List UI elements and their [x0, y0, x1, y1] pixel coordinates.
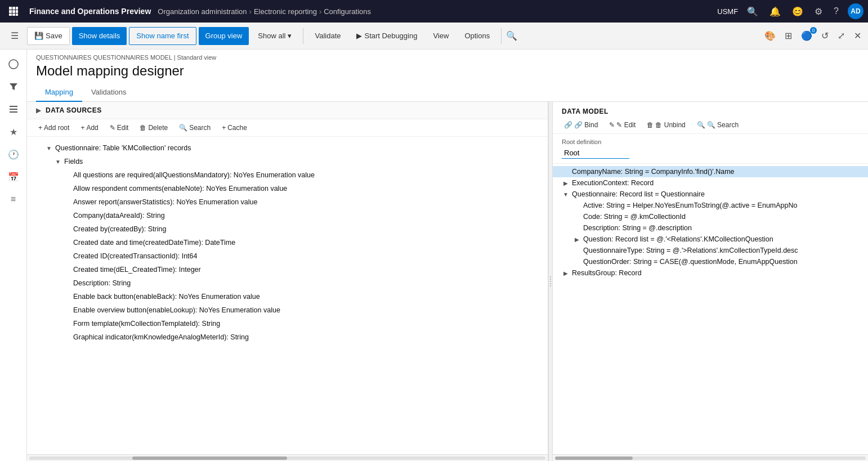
help-icon[interactable]: ?: [831, 4, 841, 19]
data-model-tree[interactable]: CompanyName: String = CompanyInfo.'find(…: [553, 164, 868, 454]
list-item[interactable]: QuestionOrder: String = CASE(@.questionM…: [553, 256, 868, 267]
tree-expand-fields[interactable]: ▼: [54, 158, 62, 165]
tree-label-questionnaire: Questionnaire: Table 'KMCollection' reco…: [55, 144, 191, 152]
list-item[interactable]: Code: String = @.kmCollectionId: [553, 211, 868, 222]
delete-button[interactable]: 🗑 Delete: [137, 123, 170, 133]
unbind-button[interactable]: 🗑 🗑 Unbind: [645, 120, 687, 130]
data-model-scrollbar-thumb: [555, 456, 633, 460]
breadcrumb-org[interactable]: Organization administration: [158, 7, 247, 16]
questionnaire-expand-icon[interactable]: ▼: [562, 190, 570, 198]
list-item[interactable]: All questions are required(allQuestionsM…: [27, 168, 548, 182]
toolbar-close-icon[interactable]: ✕: [852, 28, 863, 43]
tree-row-results-group[interactable]: ▶ ResultsGroup: Record: [553, 267, 868, 279]
show-all-button[interactable]: Show all ▾: [251, 27, 298, 45]
group-view-button[interactable]: Group view: [199, 27, 249, 45]
add-root-button[interactable]: + Add root: [36, 123, 71, 133]
edit-button[interactable]: ✎ Edit: [108, 123, 131, 133]
toolbar-palette-icon[interactable]: 🎨: [762, 28, 778, 43]
horizontal-scrollbar[interactable]: [27, 454, 548, 461]
tab-validations[interactable]: Validations: [82, 83, 136, 102]
tree-node-questionnaire[interactable]: ▼ Questionnaire: Table 'KMCollection' re…: [27, 141, 548, 155]
data-model-header: DATA MODEL 🔗 🔗 Bind ✎ ✎ Edit 🗑 🗑 Unb: [553, 102, 868, 134]
pane-divider[interactable]: [548, 102, 553, 461]
toolbar-right: 🎨 ⊞ 🔵0 ↺ ⤢ ✕: [762, 28, 863, 43]
data-model-scrollbar[interactable]: [553, 454, 868, 461]
question-expand-icon[interactable]: ▶: [573, 235, 581, 243]
sidebar-clock-icon[interactable]: 🕐: [3, 144, 24, 164]
toolbar-badge-icon[interactable]: 🔵0: [799, 28, 815, 43]
list-item[interactable]: ▶ Question: Record list = @.'<Relations'…: [553, 234, 868, 245]
list-item[interactable]: QuestionnaireType: String = @.'>Relation…: [553, 245, 868, 256]
notification-icon[interactable]: 🔔: [767, 4, 783, 19]
data-model-edit-button[interactable]: ✎ ✎ Edit: [607, 120, 638, 130]
toolbar-refresh-icon[interactable]: ↺: [819, 28, 831, 43]
save-icon: 💾: [34, 32, 43, 40]
list-item[interactable]: Enable back button(enableBack): NoYes En…: [27, 290, 548, 303]
data-sources-collapse-icon[interactable]: ▶: [36, 106, 41, 114]
show-name-first-button[interactable]: Show name first: [129, 27, 196, 45]
smiley-icon[interactable]: 😊: [790, 4, 806, 19]
root-definition-input[interactable]: [562, 147, 629, 159]
options-button[interactable]: Options: [458, 27, 496, 45]
page-breadcrumb: QUESTIONNAIRES QUESTIONNAIRES MODEL | St…: [36, 54, 859, 61]
breadcrumb-config[interactable]: Configurations: [324, 7, 371, 16]
list-item[interactable]: Company(dataAreaId): String: [27, 209, 548, 222]
scrollbar-track: [29, 456, 545, 460]
toolbar-popout-icon[interactable]: ⤢: [835, 28, 847, 43]
breadcrumb-er[interactable]: Electronic reporting: [254, 7, 317, 16]
bind-button[interactable]: 🔗 🔗 Bind: [562, 120, 600, 130]
list-item[interactable]: Allow respondent comments(enableNote): N…: [27, 182, 548, 195]
svg-rect-0: [9, 7, 12, 10]
list-item[interactable]: Enable overview button(enableLookup): No…: [27, 303, 548, 317]
svg-rect-12: [10, 111, 17, 113]
list-item[interactable]: Created ID(createdTransactionId): Int64: [27, 249, 548, 263]
avatar[interactable]: AD: [848, 3, 863, 19]
main-toolbar: ☰ 💾 Save Show details Show name first Gr…: [0, 23, 868, 50]
start-debugging-button[interactable]: ▶ Start Debugging: [350, 27, 424, 45]
tree-expand-questionnaire[interactable]: ▼: [45, 144, 53, 152]
tree-row-questionnaire[interactable]: ▼ Questionnaire: Record list = Questionn…: [553, 189, 868, 200]
validate-button[interactable]: Validate: [308, 27, 347, 45]
search-datamodel-button[interactable]: 🔍 🔍 Search: [695, 120, 741, 130]
list-item[interactable]: Created time(dEL_CreatedTime): Integer: [27, 263, 548, 276]
view-button[interactable]: View: [426, 27, 455, 45]
hamburger-icon[interactable]: ☰: [5, 26, 25, 46]
tree-row-company-name[interactable]: CompanyName: String = CompanyInfo.'find(…: [553, 166, 868, 177]
app-grid-icon[interactable]: [5, 0, 23, 23]
data-sources-toolbar: + Add root + Add ✎ Edit 🗑 Delete 🔍 Searc…: [27, 119, 548, 137]
breadcrumb: Organization administration › Electronic…: [158, 7, 371, 16]
settings-icon[interactable]: ⚙: [812, 4, 825, 19]
sidebar-filter-icon[interactable]: [3, 77, 24, 97]
toolbar-search-icon[interactable]: 🔍: [506, 30, 517, 41]
list-item[interactable]: Answer report(answerStatistics): NoYes E…: [27, 195, 548, 209]
tree-node-fields[interactable]: ▼ Fields: [27, 155, 548, 168]
list-item[interactable]: Active: String = Helper.NoYesEnumToStrin…: [553, 200, 868, 211]
data-sources-tree[interactable]: ▼ Questionnaire: Table 'KMCollection' re…: [27, 137, 548, 454]
search-icon[interactable]: 🔍: [745, 4, 760, 19]
save-button[interactable]: 💾 Save: [27, 27, 70, 45]
list-item[interactable]: Form template(kmCollectionTemplateId): S…: [27, 317, 548, 330]
cache-button[interactable]: + Cache: [220, 123, 249, 133]
toolbar-pane-icon[interactable]: ⊞: [782, 28, 794, 43]
tab-mapping[interactable]: Mapping: [36, 83, 82, 102]
sidebar-calendar-icon[interactable]: 📅: [3, 167, 24, 187]
list-item[interactable]: Created date and time(createdDateTime): …: [27, 236, 548, 249]
sidebar-list-icon[interactable]: ≡: [3, 189, 24, 209]
results-group-expand-icon[interactable]: ▶: [562, 269, 570, 277]
sidebar-star-icon[interactable]: ★: [3, 122, 24, 142]
show-details-button[interactable]: Show details: [72, 27, 127, 45]
debug-icon: ▶: [356, 32, 362, 40]
list-item[interactable]: Created by(createdBy): String: [27, 222, 548, 236]
svg-rect-10: [10, 106, 17, 107]
list-item[interactable]: Graphical indicator(kmKnowledgeAnalogMet…: [27, 330, 548, 344]
list-item[interactable]: Description: String = @.description: [553, 222, 868, 234]
split-content: ▶ DATA SOURCES + Add root + Add ✎ Edit 🗑…: [27, 102, 868, 461]
search-datasources-button[interactable]: 🔍 Search: [177, 123, 213, 133]
sidebar-nav-icon[interactable]: [3, 99, 24, 119]
sidebar-home-icon[interactable]: [3, 54, 24, 74]
search-datamodel-icon: 🔍: [697, 121, 705, 129]
add-button[interactable]: + Add: [78, 123, 100, 133]
list-item[interactable]: Description: String: [27, 276, 548, 290]
execution-context-expand-icon[interactable]: ▶: [562, 179, 570, 187]
tree-row-execution-context[interactable]: ▶ ExecutionContext: Record: [553, 177, 868, 189]
